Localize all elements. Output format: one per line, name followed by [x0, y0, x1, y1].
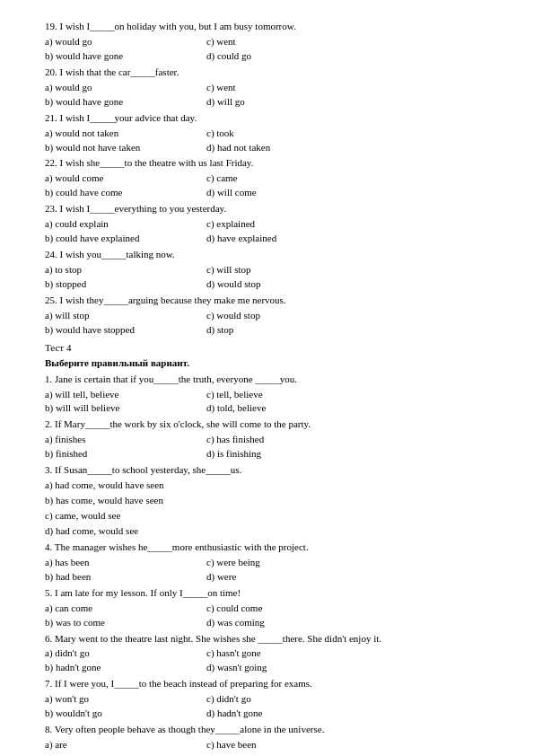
- option-b: b) could have explained: [45, 232, 197, 246]
- option-d: d) had not taken: [206, 141, 270, 155]
- option-a: a) won't go: [45, 692, 197, 707]
- option-c: c) were being: [206, 556, 260, 570]
- question-text: 2. If Mary_____the work by six o'clock, …: [45, 418, 498, 432]
- options-row: a) would goc) went: [45, 81, 498, 95]
- option-single: d) had come, would see: [45, 524, 498, 539]
- option-a: a) would come: [45, 171, 197, 186]
- option-c: c) went: [206, 35, 236, 49]
- option-d: d) is finishing: [206, 447, 261, 462]
- option-c: c) could come: [206, 602, 262, 616]
- option-b: b) wouldn't go: [45, 707, 197, 721]
- option-b: b) would have stopped: [45, 323, 197, 338]
- options-row-2: b) could have explainedd) have explained: [45, 232, 498, 246]
- options-row-2: b) would have goned) could go: [45, 49, 498, 64]
- option-a: a) would not taken: [45, 127, 197, 141]
- option-a: a) to stop: [45, 263, 197, 277]
- options-row: a) will tell, believec) tell, believe: [45, 388, 498, 402]
- question-text: 6. Mary went to the theatre last night. …: [45, 632, 498, 646]
- option-d: d) hadn't gone: [206, 707, 262, 721]
- option-b: b) will will believe: [45, 401, 197, 416]
- question-text: 24. I wish you_____talking now.: [45, 248, 498, 262]
- option-b: b) are being: [45, 752, 197, 756]
- option-b: b) had been: [45, 570, 197, 585]
- option-d: d) was coming: [206, 616, 265, 630]
- option-c: c) explained: [206, 217, 255, 232]
- option-c: c) hasn't gone: [206, 646, 261, 661]
- option-b: b) finished: [45, 447, 197, 462]
- question-text: 1. Jane is certain that if you_____the t…: [45, 373, 498, 387]
- option-d: d) wasn't going: [206, 661, 267, 675]
- option-a: a) didn't go: [45, 646, 197, 661]
- question-text: 8. Very often people behave as though th…: [45, 723, 498, 737]
- option-c: c) went: [206, 81, 236, 95]
- question-text: 7. If I were you, I_____to the beach ins…: [45, 677, 498, 691]
- options-row-2: b) hadn't goned) wasn't going: [45, 661, 498, 675]
- option-c: c) will stop: [206, 263, 251, 277]
- option-b: b) stopped: [45, 277, 197, 292]
- option-b: b) would have gone: [45, 95, 197, 110]
- options-row-2: b) had beend) were: [45, 570, 498, 585]
- option-b: b) hadn't gone: [45, 661, 197, 675]
- question-text: 3. If Susan_____to school yesterday, she…: [45, 463, 498, 478]
- option-a: a) will stop: [45, 309, 197, 323]
- option-d: d) were: [206, 570, 236, 585]
- section-label: Тест 4: [45, 341, 498, 356]
- option-c: c) took: [206, 127, 234, 141]
- options-row: a) to stopc) will stop: [45, 263, 498, 277]
- option-b: b) would not have taken: [45, 141, 197, 155]
- question-text: 21. I wish I_____your advice that day.: [45, 111, 498, 126]
- question-text: 23. I wish I_____everything to you yeste…: [45, 202, 498, 216]
- option-d: d) stop: [206, 323, 233, 338]
- options-row-2: b) are beingd) were: [45, 752, 498, 756]
- document-content: 19. I wish I_____on holiday with you, bu…: [45, 20, 498, 756]
- option-a: a) are: [45, 738, 197, 752]
- option-d: d) would stop: [206, 277, 261, 292]
- options-row-2: b) wouldn't god) hadn't gone: [45, 707, 498, 721]
- option-c: c) has finished: [206, 433, 264, 447]
- option-a: a) could explain: [45, 217, 197, 232]
- option-d: d) have explained: [206, 232, 276, 246]
- options-row: a) won't goc) didn't go: [45, 692, 498, 707]
- question-text: 22. I wish she_____to the theatre with u…: [45, 156, 498, 171]
- option-d: d) will go: [206, 95, 245, 110]
- option-a: a) can come: [45, 602, 197, 616]
- options-row-2: b) could have comed) will come: [45, 186, 498, 200]
- options-row: a) didn't goc) hasn't gone: [45, 646, 498, 661]
- option-d: d) will come: [206, 186, 257, 200]
- question-text: 20. I wish that the car_____faster.: [45, 66, 498, 80]
- options-row: a) would comec) came: [45, 171, 498, 186]
- option-c: c) tell, believe: [206, 388, 263, 402]
- option-single: b) has come, would have seen: [45, 494, 498, 508]
- option-single: c) came, would see: [45, 509, 498, 523]
- question-text: 5. I am late for my lesson. If only I___…: [45, 586, 498, 601]
- option-c: c) didn't go: [206, 692, 251, 707]
- option-c: c) came: [206, 171, 238, 186]
- option-b: b) would have gone: [45, 49, 197, 64]
- options-row-2: b) would have stoppedd) stop: [45, 323, 498, 338]
- options-row-2: b) would not have takend) had not taken: [45, 141, 498, 155]
- options-row: a) finishesc) has finished: [45, 433, 498, 447]
- option-d: d) could go: [206, 49, 251, 64]
- option-b: b) was to come: [45, 616, 197, 630]
- options-row: a) would goc) went: [45, 35, 498, 49]
- options-row: a) could explainc) explained: [45, 217, 498, 232]
- options-row: a) can comec) could come: [45, 602, 498, 616]
- options-row-2: b) was to comed) was coming: [45, 616, 498, 630]
- question-text: 25. I wish they_____arguing because they…: [45, 294, 498, 308]
- options-row-2: b) finishedd) is finishing: [45, 447, 498, 462]
- option-d: d) were: [206, 752, 236, 756]
- section-instruction: Выберите правильный вариант.: [45, 356, 498, 371]
- option-c: c) have been: [206, 738, 257, 752]
- option-a: a) would go: [45, 81, 197, 95]
- options-row: a) has beenc) were being: [45, 556, 498, 570]
- options-row-2: b) stoppedd) would stop: [45, 277, 498, 292]
- option-d: d) told, believe: [206, 401, 266, 416]
- options-row: a) would not takenc) took: [45, 127, 498, 141]
- option-c: c) would stop: [206, 309, 260, 323]
- options-row-2: b) will will believed) told, believe: [45, 401, 498, 416]
- options-row-2: b) would have goned) will go: [45, 95, 498, 110]
- option-a: a) would go: [45, 35, 197, 49]
- option-a: a) has been: [45, 556, 197, 570]
- options-row: a) will stopc) would stop: [45, 309, 498, 323]
- option-a: a) will tell, believe: [45, 388, 197, 402]
